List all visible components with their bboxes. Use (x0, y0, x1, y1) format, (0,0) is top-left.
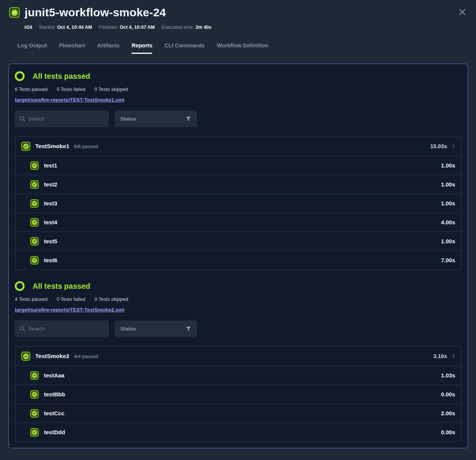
test-passed-check-icon (30, 390, 39, 399)
tests-skipped-count: 0 Tests skipped (94, 86, 128, 92)
test-passed-check-icon (30, 256, 39, 264)
status-filter-label: Status (120, 116, 136, 122)
test-row[interactable]: test3 1.00s (15, 194, 461, 213)
tab-log-output[interactable]: Log Output (17, 42, 47, 49)
test-duration: 2.00s (441, 410, 455, 416)
report-file-link[interactable]: target/surefire-reports/TEST-TestSmoke2.… (15, 307, 124, 313)
test-row[interactable]: test2 1.00s (15, 175, 461, 194)
test-passed-check-icon (30, 237, 39, 246)
run-meta: #24 Started:Oct 4, 10:44 AM Finished:Oct… (24, 25, 467, 30)
test-row[interactable]: testDdd 0.00s (15, 422, 461, 441)
collapse-arrow-up-icon[interactable]: ↑ (452, 353, 456, 360)
test-row[interactable]: test1 1.00s (15, 156, 461, 175)
started-time: Started:Oct 4, 10:44 AM (39, 25, 92, 30)
test-name: test1 (44, 162, 57, 169)
suite-passed-check-icon (21, 142, 30, 151)
suite-table: TestSmoke2 4/4 passed 3.10s ↑ testAaa 1.… (15, 346, 462, 442)
test-row[interactable]: testAaa 1.03s (15, 366, 461, 385)
status-filter-label: Status (120, 326, 136, 332)
page-title: junit5-workflow-smoke-24 (25, 6, 166, 19)
test-name: testDdd (44, 429, 65, 435)
status-filter-dropdown[interactable]: Status (115, 321, 197, 337)
test-name: test3 (44, 200, 57, 207)
test-duration: 1.00s (441, 181, 455, 188)
test-passed-check-icon (30, 409, 39, 418)
test-stats: 4 Tests passed 0 Tests failed 0 Tests sk… (15, 296, 462, 302)
close-icon[interactable] (457, 7, 468, 17)
tab-artifacts[interactable]: Artifacts (97, 42, 120, 49)
report-status-title: All tests passed (33, 282, 90, 291)
report-section-testsmoke2: All tests passed 4 Tests passed 0 Tests … (15, 281, 462, 442)
run-header: junit5-workflow-smoke-24 #24 Started:Oct… (0, 0, 476, 55)
test-passed-check-icon (30, 180, 39, 189)
tab-flowchart[interactable]: Flowchart (59, 42, 85, 49)
run-number: #24 (24, 25, 32, 30)
run-status-check-icon (9, 7, 20, 18)
tests-failed-count: 0 Tests failed (56, 86, 85, 92)
report-section-testsmoke1: All tests passed 6 Tests passed 0 Tests … (15, 71, 462, 270)
test-duration: 7.00s (441, 257, 455, 263)
tests-passed-count: 6 Tests passed (15, 86, 47, 92)
report-file-link[interactable]: target/surefire-reports/TEST-TestSmoke1.… (15, 97, 124, 103)
suite-header-row[interactable]: TestSmoke1 6/6 passed 15.03s ↑ (15, 137, 461, 156)
test-row[interactable]: test6 7.00s (15, 250, 461, 269)
test-name: testAaa (44, 372, 64, 379)
suite-duration: 3.10s (433, 353, 447, 359)
test-name: test4 (44, 219, 57, 225)
test-rows: test1 1.00s test2 1.00s test3 1.00s test… (15, 156, 461, 269)
all-passed-ring-icon (15, 71, 25, 81)
test-passed-check-icon (30, 199, 39, 208)
report-status-title: All tests passed (33, 72, 90, 81)
test-row[interactable]: test5 1.00s (15, 232, 461, 250)
test-duration: 1.00s (441, 200, 455, 207)
search-box[interactable] (15, 111, 109, 127)
suite-duration: 15.03s (430, 143, 447, 149)
search-icon (20, 116, 25, 122)
execution-time: Execution time:2m 40s (162, 25, 212, 30)
test-duration: 1.00s (441, 238, 455, 244)
tests-passed-count: 4 Tests passed (15, 296, 47, 302)
test-name: test6 (44, 257, 57, 263)
search-icon (20, 326, 25, 332)
test-passed-check-icon (30, 218, 39, 227)
test-row[interactable]: test4 4.00s (15, 213, 461, 232)
test-name: test5 (44, 238, 57, 244)
test-name: testCcc (44, 410, 64, 416)
suite-passed-check-icon (21, 352, 30, 361)
suite-header-row[interactable]: TestSmoke2 4/4 passed 3.10s ↑ (15, 347, 461, 366)
tab-reports[interactable]: Reports (131, 42, 152, 49)
test-duration: 4.00s (441, 219, 455, 225)
tests-skipped-count: 0 Tests skipped (94, 296, 128, 302)
test-passed-check-icon (30, 428, 39, 437)
test-duration: 1.00s (441, 162, 455, 169)
collapse-arrow-up-icon[interactable]: ↑ (452, 143, 456, 150)
search-input[interactable] (28, 326, 104, 332)
tab-cli-commands[interactable]: CLI Commands (164, 42, 204, 49)
suite-name: TestSmoke2 (35, 353, 69, 360)
test-name: test2 (44, 181, 57, 188)
test-passed-check-icon (30, 371, 39, 380)
suite-summary: 6/6 passed (74, 144, 98, 149)
tests-failed-count: 0 Tests failed (56, 296, 85, 302)
reports-panel: All tests passed 6 Tests passed 0 Tests … (8, 64, 468, 448)
suite-summary: 4/4 passed (74, 354, 98, 359)
suite-table: TestSmoke1 6/6 passed 15.03s ↑ test1 1.0… (15, 136, 462, 270)
status-filter-dropdown[interactable]: Status (115, 111, 197, 127)
test-duration: 1.03s (441, 372, 455, 379)
test-passed-check-icon (30, 161, 39, 170)
test-row[interactable]: testBbb 0.00s (15, 385, 461, 404)
tab-bar: Log Output Flowchart Artifacts Reports C… (17, 42, 467, 55)
test-row[interactable]: testCcc 2.00s (15, 404, 461, 422)
search-box[interactable] (15, 321, 109, 337)
test-name: testBbb (44, 391, 65, 397)
filter-funnel-icon (186, 326, 191, 332)
suite-name: TestSmoke1 (35, 143, 69, 150)
test-stats: 6 Tests passed 0 Tests failed 0 Tests sk… (15, 86, 462, 92)
finished-time: Finished:Oct 4, 10:47 AM (99, 25, 155, 30)
test-duration: 0.00s (441, 429, 455, 435)
tab-workflow-definition[interactable]: Workflow Definition (217, 42, 268, 49)
test-rows: testAaa 1.03s testBbb 0.00s testCcc 2.00… (15, 366, 461, 441)
filter-funnel-icon (186, 116, 191, 122)
search-input[interactable] (28, 116, 104, 122)
all-passed-ring-icon (15, 281, 25, 291)
